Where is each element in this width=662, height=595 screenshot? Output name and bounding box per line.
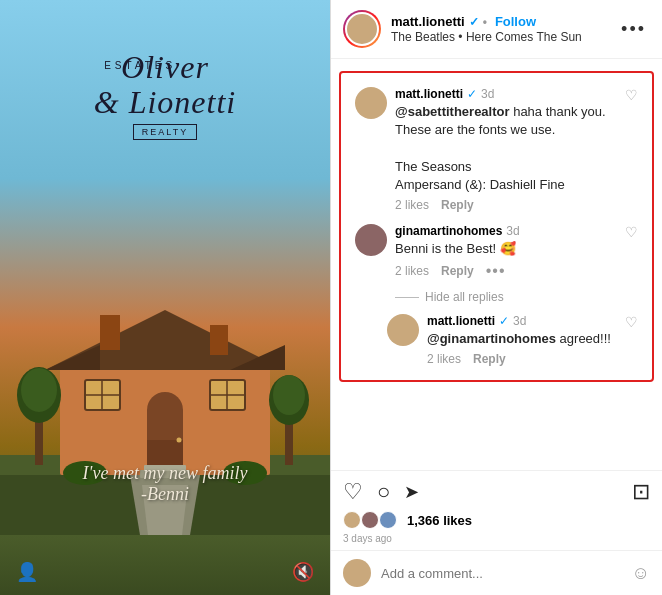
verified-badge: ✓ [469, 15, 479, 29]
svg-point-22 [177, 438, 182, 443]
header-user-info: matt.lionetti ✓ • Follow The Beatles • H… [391, 14, 617, 44]
add-comment-input[interactable] [381, 566, 622, 581]
header-subtitle: The Beatles • Here Comes The Sun [391, 30, 617, 44]
header-username-row: matt.lionetti ✓ • Follow [391, 14, 617, 29]
header-avatar[interactable] [343, 10, 381, 48]
comment-body: matt.lionetti ✓ 3d @sabettitherealtor ha… [395, 87, 617, 212]
follow-button[interactable]: Follow [495, 14, 536, 29]
hide-replies-label: Hide all replies [425, 290, 504, 304]
sound-icon: 🔇 [292, 561, 314, 583]
comment-item: ginamartinohomes 3d Benni is the Best! 🥰… [347, 218, 646, 286]
liked-avatars: 1,366 likes [343, 511, 650, 529]
reply-button[interactable]: Reply [441, 264, 474, 278]
comment-meta: matt.lionetti ✓ 3d [395, 87, 617, 101]
hide-replies-line [395, 297, 419, 298]
comment-username: ginamartinohomes [395, 224, 502, 238]
post-caption: I've met my new family -Benni [0, 463, 330, 505]
comment-button[interactable]: ○ [377, 479, 390, 505]
svg-rect-21 [147, 410, 183, 440]
video-controls: 👤 🔇 [0, 561, 330, 583]
liked-avatar [379, 511, 397, 529]
add-comment-row: ☺ [331, 550, 662, 595]
comment-verified: ✓ [467, 87, 477, 101]
emoji-picker-button[interactable]: ☺ [632, 563, 650, 584]
comment-item: matt.lionetti ✓ 3d @sabettitherealtor ha… [347, 81, 646, 218]
mention-text: @ginamartinohomes [427, 331, 556, 346]
post-actions-bar: ♡ ○ ➤ ⊡ [331, 470, 662, 509]
svg-point-27 [21, 368, 57, 412]
likes-count: 1,366 likes [407, 513, 472, 528]
comment-actions: 2 likes Reply [395, 198, 617, 212]
brand-overlay: ESTATES Oliver & Lionetti REALTY [0, 50, 330, 140]
share-button[interactable]: ➤ [404, 481, 419, 503]
comment-actions: 2 likes Reply ••• [395, 262, 617, 280]
like-button[interactable]: ♡ [343, 479, 363, 505]
comment-meta: matt.lionetti ✓ 3d [427, 314, 617, 328]
comment-likes: 2 likes [427, 352, 461, 366]
comment-text: Benni is the Best! 🥰 [395, 240, 617, 258]
comment-likes: 2 likes [395, 264, 429, 278]
post-time: 3 days ago [331, 531, 662, 550]
comment-time: 3d [481, 87, 494, 101]
svg-point-30 [273, 375, 305, 415]
liked-avatar [361, 511, 379, 529]
comment-actions: 2 likes Reply [427, 352, 617, 366]
comment-username: matt.lionetti [427, 314, 495, 328]
more-options-icon[interactable]: ••• [486, 262, 506, 280]
comment-text: @sabettitherealtor haha thank you. These… [395, 103, 617, 194]
user-avatar-small [343, 559, 371, 587]
comments-area[interactable]: matt.lionetti ✓ 3d @sabettitherealtor ha… [331, 59, 662, 470]
comment-body: matt.lionetti ✓ 3d @ginamartinohomes agr… [427, 314, 617, 366]
commenter-avatar[interactable] [387, 314, 419, 346]
comment-item: matt.lionetti ✓ 3d @ginamartinohomes agr… [379, 308, 646, 372]
like-comment-button[interactable]: ♡ [625, 224, 638, 280]
commenter-avatar[interactable] [355, 87, 387, 119]
comment-time: 3d [506, 224, 519, 238]
likes-row: 1,366 likes [331, 509, 662, 531]
svg-marker-6 [45, 345, 100, 370]
instagram-right-panel: matt.lionetti ✓ • Follow The Beatles • H… [330, 0, 662, 595]
like-comment-button[interactable]: ♡ [625, 314, 638, 366]
comment-likes: 2 likes [395, 198, 429, 212]
dot-separator: • [483, 15, 487, 29]
profile-icon: 👤 [16, 561, 38, 583]
comment-body: ginamartinohomes 3d Benni is the Best! 🥰… [395, 224, 617, 280]
comment-username: matt.lionetti [395, 87, 463, 101]
mention-text: @sabettitherealtor [395, 104, 510, 119]
hide-replies-button[interactable]: Hide all replies [395, 290, 638, 304]
liked-avatar [343, 511, 361, 529]
like-comment-button[interactable]: ♡ [625, 87, 638, 212]
svg-rect-8 [100, 315, 120, 350]
commenter-avatar[interactable] [355, 224, 387, 256]
brand-realty-text: REALTY [133, 124, 197, 140]
more-options-button[interactable]: ••• [617, 19, 650, 40]
comment-meta: ginamartinohomes 3d [395, 224, 617, 238]
comment-text: @ginamartinohomes agreed!!! [427, 330, 617, 348]
thread-highlight-box: matt.lionetti ✓ 3d @sabettitherealtor ha… [339, 71, 654, 382]
post-image: ESTATES Oliver & Lionetti REALTY I've me… [0, 0, 330, 595]
comment-time: 3d [513, 314, 526, 328]
post-header: matt.lionetti ✓ • Follow The Beatles • H… [331, 0, 662, 59]
svg-rect-9 [210, 325, 228, 355]
bookmark-button[interactable]: ⊡ [632, 479, 650, 505]
reply-button[interactable]: Reply [473, 352, 506, 366]
header-username-text: matt.lionetti [391, 14, 465, 29]
reply-button[interactable]: Reply [441, 198, 474, 212]
comment-verified: ✓ [499, 314, 509, 328]
brand-estates-text: ESTATES [104, 60, 176, 71]
